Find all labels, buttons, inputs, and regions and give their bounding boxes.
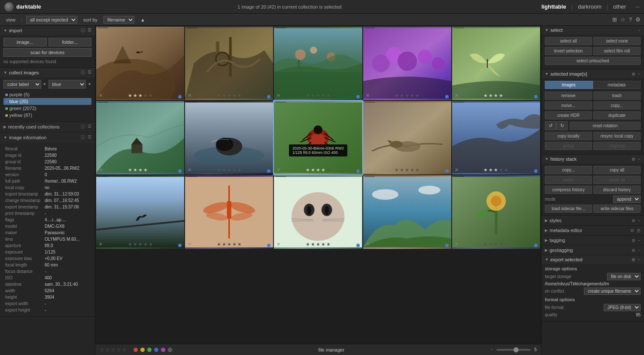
toolbar-view[interactable]: view xyxy=(3,16,18,23)
minimize-button[interactable]: — xyxy=(635,4,640,9)
nav-darkroom[interactable]: darkroom xyxy=(574,3,605,11)
image-info-menu[interactable]: ☰ xyxy=(88,135,91,141)
duplicate-button[interactable]: duplicate xyxy=(593,111,641,119)
color-dot-clear[interactable] xyxy=(168,348,172,352)
thumb-12[interactable]: RW2 ⊕ ⊘ ✕ ★ ★ ★ xyxy=(185,175,273,249)
thumb-15[interactable]: RW2 ⊕ ⊘ ✕ xyxy=(452,175,540,249)
select-all-button[interactable]: select all xyxy=(545,37,592,45)
collect-header[interactable]: ▼ collect images ⓘ ☰ xyxy=(0,68,95,77)
help-icon[interactable]: ? xyxy=(629,16,632,23)
zoom-minus[interactable]: − xyxy=(491,347,493,352)
trash-button[interactable]: trash xyxy=(593,92,641,100)
copy-locally-button[interactable]: copy locally xyxy=(545,132,592,140)
thumb-3[interactable]: RW2 ⊘ ✕ xyxy=(274,27,362,100)
history-paste-all-button[interactable]: paste all xyxy=(593,176,641,184)
history-header[interactable]: ▼ history stack ⚙ − xyxy=(541,155,644,163)
bottom-star-1[interactable]: ☆ xyxy=(100,347,104,353)
thumb-7[interactable]: RW2 ⊘ ✕ xyxy=(185,101,273,174)
color-dot-yellow[interactable] xyxy=(140,348,145,352)
load-sidecar-button[interactable]: load sidecar file... xyxy=(545,205,592,213)
folder-import-button[interactable]: folder... xyxy=(49,38,92,46)
thumb-4[interactable]: RW2 ⊘ ✕ xyxy=(363,27,451,100)
select-minus[interactable]: − xyxy=(638,28,641,33)
reset-rotation-button[interactable]: reset rotation xyxy=(570,122,641,130)
color-dot-purple[interactable] xyxy=(161,348,165,352)
image-info-icon[interactable]: ⓘ xyxy=(81,135,85,141)
copy-button[interactable]: copy... xyxy=(593,101,641,110)
resync-local-copy-button[interactable]: resync local copy xyxy=(593,132,641,140)
write-sidecar-button[interactable]: write sidecar files xyxy=(593,205,641,213)
styles-icon1[interactable]: ⚙ xyxy=(632,218,635,223)
mode-select[interactable]: append xyxy=(613,196,641,203)
bottom-star-5[interactable]: ☆ xyxy=(122,347,127,353)
geotagging-icon2[interactable]: − xyxy=(638,248,641,253)
import-header[interactable]: ▼ import ⓘ ☰ xyxy=(0,26,95,35)
settings-icon[interactable]: ⚙ xyxy=(635,16,641,23)
recently-used-header[interactable]: ▶ recently used collections ⓘ ☰ xyxy=(0,122,95,132)
sort-direction[interactable]: ▲ xyxy=(138,16,148,23)
export-icon2[interactable]: − xyxy=(638,257,641,262)
import-info-icon[interactable]: ⓘ xyxy=(81,28,85,34)
invert-selection-button[interactable]: invert selection xyxy=(545,47,592,55)
thumb-8[interactable]: RW2 ⊘ ✕ xyxy=(274,101,362,174)
select-untouched-button[interactable]: select untouched xyxy=(545,57,641,65)
import-menu-icon[interactable]: ☰ xyxy=(88,28,91,34)
tagging-icon1[interactable]: ⚙ xyxy=(632,238,635,243)
styles-header[interactable]: ▶ styles ⚙ − xyxy=(541,216,644,225)
collection-purple[interactable]: ■ purple (5) xyxy=(3,91,91,98)
zoom-slider[interactable] xyxy=(496,349,531,351)
ungroup-button[interactable]: ungroup xyxy=(593,142,641,150)
export-icon1[interactable]: ⚙ xyxy=(632,257,635,262)
filter-select[interactable]: all except rejected xyxy=(26,16,77,24)
collection-blue[interactable]: ■ blue (20) xyxy=(3,98,91,105)
tagging-icon2[interactable]: − xyxy=(638,238,641,243)
color-dot-green[interactable] xyxy=(147,348,152,352)
selected-images-header[interactable]: ▼ selected image[s] ⚙ − xyxy=(541,70,644,78)
color-dot-red[interactable] xyxy=(134,348,138,352)
history-paste-button[interactable]: paste xyxy=(545,176,592,184)
nav-other[interactable]: other xyxy=(610,3,629,11)
thumb-10[interactable]: RW2 ⊘ ✕ ★ xyxy=(452,101,540,174)
history-info[interactable]: ⚙ xyxy=(632,157,635,162)
thumb-6[interactable]: RW2 ⊘ ✕ xyxy=(96,101,184,174)
discard-history-button[interactable]: discard history xyxy=(593,186,641,194)
thumb-9[interactable]: RW2 ⊘ ✕ xyxy=(363,101,451,174)
file-format-select[interactable]: JPEG (8-bit) xyxy=(604,304,641,311)
grid-icon[interactable]: ⊞ xyxy=(612,16,617,23)
selected-info[interactable]: ⚙ xyxy=(632,72,635,77)
move-button[interactable]: move... xyxy=(545,101,592,110)
thumb-2[interactable]: RW2 ⊘ ✕ xyxy=(185,27,273,100)
bottom-star-4[interactable]: ☆ xyxy=(116,347,121,353)
recently-used-info[interactable]: ⓘ xyxy=(81,124,85,130)
collect-info-icon[interactable]: ⓘ xyxy=(81,70,85,76)
thumb-5[interactable]: RW2 ⊘ ✕ xyxy=(452,27,540,100)
thumb-14[interactable]: RW2 ⊕ ⊘ ✕ xyxy=(363,175,451,249)
tagging-header[interactable]: ▶ tagging ⚙ − xyxy=(541,236,644,245)
select-header[interactable]: ▼ select − xyxy=(541,26,644,34)
history-minus[interactable]: − xyxy=(638,157,641,162)
rotate-ccw-button[interactable]: ↺ xyxy=(545,121,556,130)
collection-yellow[interactable]: ■ yellow (87) xyxy=(3,112,91,119)
select-film-roll-button[interactable]: select film roll xyxy=(593,47,641,55)
select-none-button[interactable]: select none xyxy=(593,37,641,45)
export-path[interactable]: /home/nilvus/Téléchargements/lm xyxy=(545,282,641,286)
sort-select[interactable]: filename xyxy=(103,16,134,24)
thumb-1[interactable]: RW2 ⊘ ✕ xyxy=(96,27,184,100)
target-storage-select[interactable]: file on disk xyxy=(607,273,641,280)
compress-history-button[interactable]: compress history xyxy=(545,186,592,194)
bottom-star-3[interactable]: ☆ xyxy=(111,347,115,353)
recently-used-menu[interactable]: ☰ xyxy=(88,124,91,130)
tab-metadata[interactable]: metadata xyxy=(593,81,641,89)
collection-green[interactable]: ■ green (2072) xyxy=(3,105,91,112)
thumb-11[interactable]: RW2 ⊕ ⊘ ✕ xyxy=(96,175,184,249)
thumb-13[interactable]: RW2 ⊕ ⊘ ✕ xyxy=(274,175,362,249)
history-copy-all-button[interactable]: copy all xyxy=(593,166,641,174)
metadata-header[interactable]: ▶ metadata editor ⚙ ☰ xyxy=(541,226,644,235)
on-conflict-select[interactable]: create unique filename xyxy=(584,288,641,295)
collect-menu-icon[interactable]: ☰ xyxy=(88,70,91,76)
geotagging-header[interactable]: ▶ geotagging ⚙ − xyxy=(541,245,644,255)
tab-images[interactable]: images xyxy=(545,81,593,89)
bottom-star-2[interactable]: ☆ xyxy=(105,347,110,353)
scan-devices-button[interactable]: scan for devices xyxy=(3,48,91,57)
metadata-icon1[interactable]: ⚙ xyxy=(630,228,634,233)
